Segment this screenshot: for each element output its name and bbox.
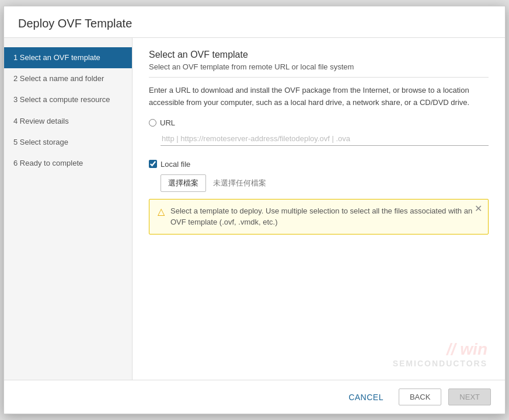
local-file-section: Local file 選擇檔案 未選擇任何檔案 △ Select a templ… [149, 160, 489, 235]
no-file-text: 未選擇任何檔案 [213, 178, 266, 188]
warning-close-button[interactable]: ✕ [475, 204, 482, 214]
section-subtitle: Select an OVF template from remote URL o… [149, 62, 489, 78]
local-file-label: Local file [161, 160, 190, 169]
url-label: URL [160, 118, 175, 127]
watermark-area: // win SEMICONDUCTORS [393, 340, 487, 368]
warning-box: △ Select a template to deploy. Use multi… [149, 199, 489, 235]
sidebar-item-select-compute[interactable]: 3 Select a compute resource [4, 89, 132, 110]
deploy-ovf-dialog: Deploy OVF Template 1 Select an OVF temp… [4, 6, 505, 414]
warning-text: Select a template to deploy. Use multipl… [170, 205, 480, 228]
sidebar-item-select-ovf[interactable]: 1 Select an OVF template [4, 47, 132, 68]
sidebar-item-select-name[interactable]: 2 Select a name and folder [4, 68, 132, 89]
url-radio-group: URL [149, 118, 489, 154]
local-file-row: Local file [149, 160, 489, 169]
next-button: NEXT [448, 388, 491, 405]
description: Enter a URL to download and install the … [149, 85, 489, 109]
dialog-title: Deploy OVF Template [4, 6, 505, 38]
sidebar: 1 Select an OVF template 2 Select a name… [4, 38, 133, 380]
dialog-body: 1 Select an OVF template 2 Select a name… [4, 38, 505, 380]
file-picker-row: 選擇檔案 未選擇任何檔案 [161, 174, 489, 192]
sidebar-item-ready-to-complete[interactable]: 6 Ready to complete [4, 153, 132, 174]
watermark-logo: // win [393, 340, 487, 359]
url-radio[interactable] [149, 119, 156, 127]
cancel-button[interactable]: CANCEL [340, 389, 392, 405]
dialog-footer: CANCEL BACK NEXT [4, 380, 505, 414]
main-content: Select an OVF template Select an OVF tem… [133, 38, 505, 380]
back-button[interactable]: BACK [399, 388, 441, 405]
sidebar-item-select-storage[interactable]: 5 Select storage [4, 132, 132, 153]
url-radio-row: URL [149, 118, 489, 127]
url-input[interactable] [161, 132, 489, 146]
watermark-text: SEMICONDUCTORS [393, 359, 487, 368]
local-file-checkbox[interactable] [149, 160, 157, 168]
sidebar-item-review-details[interactable]: 4 Review details [4, 111, 132, 132]
section-title: Select an OVF template [149, 50, 489, 60]
browse-button[interactable]: 選擇檔案 [161, 174, 206, 192]
warning-icon: △ [158, 206, 165, 217]
